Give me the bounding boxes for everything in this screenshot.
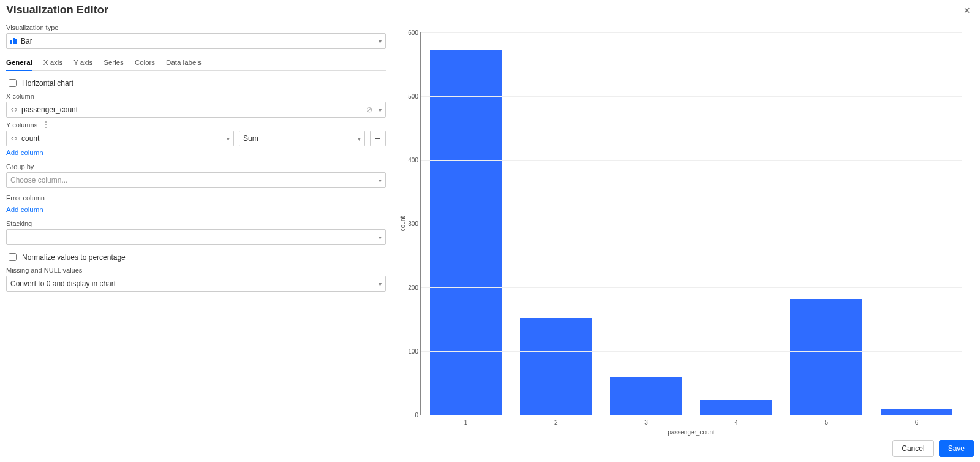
chart-y-tick: 600 [402,29,418,36]
chart-y-tick: 200 [402,284,418,291]
viz-type-label: Visualization type [6,24,386,31]
stacking-label: Stacking [6,220,386,227]
tab-x-axis[interactable]: X axis [43,55,62,71]
tab-data-labels[interactable]: Data labels [166,55,202,71]
y-columns-label: Y columns [6,121,37,129]
normalize-checkbox[interactable]: Normalize values to percentage [6,251,386,263]
general-tab-content: Horizontal chart X column passenger_coun… [6,77,386,292]
add-error-column-link[interactable]: Add column [6,206,43,213]
chevron-down-icon: ▾ [379,107,382,113]
chevron-down-icon: ▾ [227,135,230,142]
chart-x-tick: 3 [644,419,648,426]
y-column-select[interactable]: count ▾ [6,131,234,146]
chevron-down-icon: ▾ [358,135,361,142]
tab-colors[interactable]: Colors [135,55,155,71]
stacking-select[interactable]: ▾ [6,229,386,245]
column-icon [10,135,18,142]
chart-x-tick: 5 [824,419,828,426]
save-button[interactable]: Save [939,440,974,457]
column-icon [10,106,18,113]
chart-gridline [421,96,962,97]
tab-series[interactable]: Series [104,55,124,71]
chart: count passenger_count 123456 01002003004… [398,32,968,437]
chart-bar[interactable] [610,377,682,415]
normalize-label: Normalize values to percentage [22,253,126,262]
page-title: Visualization Editor [6,4,108,17]
group-by-select[interactable]: Choose column... ▾ [6,172,386,188]
kebab-menu-icon[interactable]: ⋮ [42,120,50,129]
chart-bar[interactable] [430,50,502,415]
tab-general[interactable]: General [6,55,32,71]
chart-gridline [421,160,962,161]
group-by-label: Group by [6,163,386,170]
chart-x-tick: 6 [915,419,919,426]
chart-bar[interactable] [790,299,862,415]
viz-type-value: Bar [21,37,375,45]
chart-gridline [421,351,962,352]
chart-x-tick: 4 [734,419,738,426]
chevron-down-icon: ▾ [379,234,382,241]
error-column-label: Error column [6,194,386,202]
chart-bar[interactable] [520,318,592,415]
chart-y-tick: 0 [402,412,418,418]
chart-x-tick: 1 [464,419,468,426]
missing-values-value: Convert to 0 and display in chart [10,279,375,288]
missing-values-label: Missing and NULL values [6,267,386,274]
chart-gridline [421,32,962,33]
chart-y-tick: 400 [402,157,418,164]
bar-chart-icon [10,38,17,44]
chevron-down-icon: ▾ [379,38,382,45]
add-y-column-link[interactable]: Add column [6,149,43,156]
x-column-value: passenger_count [21,105,366,114]
remove-y-column-button[interactable] [370,131,386,146]
config-panel: Visualization type Bar ▾ GeneralX axisY … [0,20,392,462]
chart-x-axis-label: passenger_count [668,429,715,436]
chart-gridline [421,224,962,224]
chart-gridline [421,287,962,288]
svg-rect-0 [375,138,380,139]
chart-y-tick: 500 [402,93,418,100]
chart-y-tick: 100 [402,348,418,355]
y-agg-value: Sum [243,134,354,143]
chart-preview-panel: count passenger_count 123456 01002003004… [392,20,980,462]
horizontal-chart-checkbox[interactable]: Horizontal chart [6,77,386,89]
cancel-button[interactable]: Cancel [892,440,933,457]
x-column-select[interactable]: passenger_count ⊘ ▾ [6,102,386,118]
tab-y-axis[interactable]: Y axis [74,55,92,71]
horizontal-chart-label: Horizontal chart [22,79,74,88]
normalize-input[interactable] [9,253,17,261]
chevron-down-icon: ▾ [379,281,382,287]
y-column-value: count [21,134,223,143]
close-icon[interactable]: × [960,5,974,16]
viz-type-select[interactable]: Bar ▾ [6,33,386,49]
y-agg-select[interactable]: Sum ▾ [239,131,365,146]
group-by-placeholder: Choose column... [10,176,375,184]
chart-x-tick: 2 [554,419,558,426]
chart-bar[interactable] [881,409,953,415]
chart-gridline [421,415,962,415]
clear-icon[interactable]: ⊘ [366,105,372,114]
x-column-label: X column [6,93,386,100]
config-tabs: GeneralX axisY axisSeriesColorsData labe… [6,55,386,71]
horizontal-chart-input[interactable] [9,79,17,87]
chart-bar[interactable] [700,400,772,415]
chevron-down-icon: ▾ [379,177,382,184]
missing-values-select[interactable]: Convert to 0 and display in chart ▾ [6,276,386,292]
chart-y-tick: 300 [402,221,418,227]
